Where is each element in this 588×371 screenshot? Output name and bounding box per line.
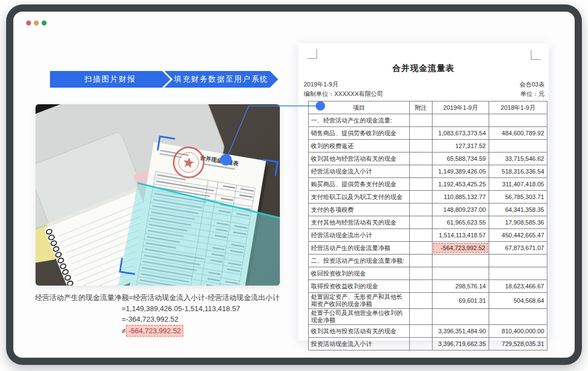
formula-line-4: ≠-564,723,992.52	[122, 325, 280, 337]
corner-mark-right-icon	[531, 50, 541, 60]
cell-item: 购买商品、提供劳务支付的现金	[309, 178, 410, 191]
cell-item: 经营活动产生的现金流量净额	[309, 242, 410, 255]
cell-2018: 810,400,000.00	[489, 325, 547, 338]
table-row: 二、投资活动产生的现金流量净额:	[309, 255, 547, 267]
table-row: 购买商品、提供劳务支付的现金1,192,453,425.25311,407,41…	[309, 178, 547, 191]
cell-2018	[489, 114, 547, 127]
window-frame: 扫描图片财报 填充财务数据至用户系统	[6, 4, 582, 365]
cell-2018: 450,442,665.47	[489, 229, 547, 242]
cell-note	[410, 280, 433, 293]
sheet-title: 合并现金流量表	[298, 63, 549, 74]
cell-note	[410, 114, 433, 127]
cell-2019: 1,514,113,418.57	[433, 229, 489, 242]
flow-step-fill-label: 填充财务数据至用户系统	[174, 74, 269, 84]
cell-item: 收回投资收到的现金	[309, 267, 410, 280]
cashflow-table: 项目 附注 2019年1-9月 2018年1-9月 一、经营活动产生的现金流量:…	[308, 101, 547, 350]
formula-note: 经营活动产生的现金流量净额=经营活动现金流入小计-经营活动现金流出小计 =1,1…	[35, 292, 280, 337]
cell-2018: 17,908,585.36	[489, 216, 547, 229]
sheet-unit: 单位：元	[520, 90, 545, 98]
cell-item: 处置子公司及其他营业单位收到的现金净额	[309, 309, 410, 325]
cell-note	[410, 255, 433, 267]
cell-note	[410, 267, 433, 280]
mismatched-value-highlight: -564,723,992.52	[126, 325, 183, 337]
cell-2019	[433, 309, 489, 325]
cell-item: 取得投资收益收到的现金	[309, 280, 410, 293]
cell-2018	[489, 267, 547, 280]
cell-note	[410, 204, 433, 216]
cell-2018	[489, 255, 547, 267]
table-row: 处置固定资产、无形资产和其他长期资产收回的现金净额69,601.31504,56…	[309, 293, 547, 309]
cell-item: 二、投资活动产生的现金流量净额:	[309, 255, 410, 267]
cell-2019: 110,885,132.77	[433, 191, 489, 204]
table-row: 处置子公司及其他营业单位收到的现金净额	[309, 309, 547, 325]
header-2019: 2019年1-9月	[433, 101, 489, 114]
minimize-button-icon[interactable]	[34, 21, 39, 26]
cell-note	[410, 293, 433, 309]
highlighted-error-value: -564,723,992.52	[433, 243, 488, 253]
close-button-icon[interactable]	[26, 21, 31, 26]
cell-item: 收到其他与经营活动有关的现金	[309, 153, 410, 165]
cell-item: 一、经营活动产生的现金流量:	[309, 114, 410, 127]
cell-note	[410, 191, 433, 204]
header-2018: 2018年1-9月	[489, 101, 547, 114]
cell-2018: 484,600,789.92	[489, 127, 547, 140]
cell-2019: 3,396,719,662.35	[433, 338, 489, 350]
cell-note	[410, 165, 433, 178]
cell-2019: 61,965,623.55	[433, 216, 489, 229]
cell-note	[410, 229, 433, 242]
formula-line-1: 经营活动产生的现金流量净额=经营活动现金流入小计-经营活动现金流出小计	[35, 292, 280, 303]
cell-item: 投资活动现金流入小计	[309, 338, 410, 350]
cell-note	[410, 178, 433, 191]
cashflow-sheet: 合并现金流量表 2019年1-9月 会合03表 编制单位：XXXXXX有限公司 …	[298, 43, 549, 340]
table-row: 收到其他与投资活动有关的现金3,396,351,484.90810,400,00…	[309, 325, 547, 338]
table-row: 支付给职工以及为职工支付的现金110,885,132.7756,785,303.…	[309, 191, 547, 204]
cell-2019: 298,576.14	[433, 280, 489, 293]
cell-item: 收到的税费返还	[309, 140, 410, 153]
formula-line-2: =1,149,389,426.05-1,514,113,418.57	[122, 303, 280, 314]
cell-note	[410, 242, 433, 255]
cell-2019: 1,149,389,426.05	[433, 165, 489, 178]
cell-note	[410, 309, 433, 325]
window-controls	[26, 21, 47, 26]
cell-item: 支付其他与经营活动有关的现金	[309, 216, 410, 229]
process-flow: 扫描图片财报 填充财务数据至用户系统	[50, 71, 278, 88]
flow-step-scan-label: 扫描图片财报	[84, 74, 136, 84]
cell-note	[410, 127, 433, 140]
cell-2018: 729,528,035.31	[489, 338, 547, 350]
cell-2018: 64,341,358.35	[489, 204, 547, 216]
cell-note	[410, 338, 433, 350]
app-window: 扫描图片财报 填充财务数据至用户系统	[13, 12, 575, 358]
cell-2019: 1,192,453,425.25	[433, 178, 489, 191]
table-row: 收到其他与经营活动有关的现金65,588,734.5933,715,546.62	[309, 153, 547, 165]
cell-note	[410, 140, 433, 153]
fullscreen-button-icon[interactable]	[42, 21, 47, 26]
cell-2019	[433, 267, 489, 280]
formula-line-3: =-364,723,992.52	[122, 314, 280, 325]
cell-note	[410, 153, 433, 165]
header-item: 项目	[309, 101, 410, 114]
cell-2018: 67,873,671.07	[489, 242, 547, 255]
cell-2019	[433, 255, 489, 267]
cell-2019: 3,396,351,484.90	[433, 325, 489, 338]
cell-2018	[489, 309, 547, 325]
cell-2019	[433, 114, 489, 127]
cell-item: 销售商品、提供劳务收到的现金	[309, 127, 410, 140]
cell-item: 经营活动现金流出小计	[309, 229, 410, 242]
cell-2018: 56,785,303.71	[489, 191, 547, 204]
cell-2018: 311,407,418.05	[489, 178, 547, 191]
flow-step-fill: 填充财务数据至用户系统	[164, 71, 278, 88]
screenshot-stage: 扫描图片财报 填充财务数据至用户系统	[0, 0, 588, 371]
table-row: 销售商品、提供劳务收到的现金1,083,673,373.54484,600,78…	[309, 127, 547, 140]
cell-2018: 518,316,336.54	[489, 165, 547, 178]
table-row: 经营活动产生的现金流量净额-564,723,992.5267,873,671.0…	[309, 242, 547, 255]
cell-2018	[489, 140, 547, 153]
flow-step-scan: 扫描图片财报	[50, 71, 170, 88]
table-row: 取得投资收益收到的现金298,576.1418,623,466.67	[309, 280, 547, 293]
table-row: 经营活动现金流出小计1,514,113,418.57450,442,665.47	[309, 229, 547, 242]
cell-2018: 33,715,546.62	[489, 153, 547, 165]
cell-note	[410, 325, 433, 338]
cell-item: 收到其他与投资活动有关的现金	[309, 325, 410, 338]
table-row: 经营活动现金流入小计1,149,389,426.05518,316,336.54	[309, 165, 547, 178]
sheet-form-no: 会合03表	[520, 80, 545, 89]
not-equal-sign: ≠	[122, 327, 125, 335]
